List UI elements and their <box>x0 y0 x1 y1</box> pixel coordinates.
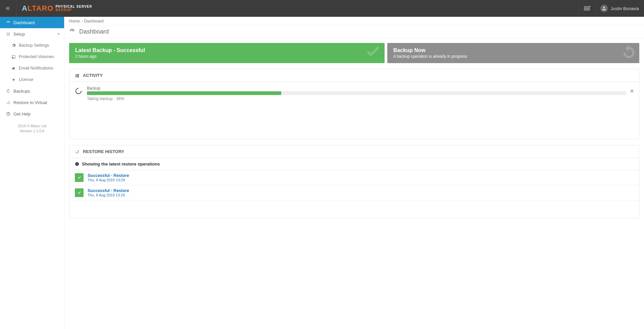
breadcrumb-separator: › <box>81 19 83 23</box>
content-area: Home › Dashboard Dashboard Latest Backup… <box>64 17 644 329</box>
breadcrumb-home[interactable]: Home <box>69 19 80 23</box>
gears-icon <box>11 43 16 48</box>
sidebar-item-setup[interactable]: Setup <box>0 28 64 40</box>
activity-panel: ACTIVITY Backup Taking backup - 36% <box>69 69 639 139</box>
sidebar-item-protected-volumes[interactable]: Protected Volumes <box>0 51 64 62</box>
spinner-icon <box>75 86 84 96</box>
circle-icon <box>11 78 16 82</box>
restore-history-item[interactable]: Successful - Restore Thu, 8 Aug 2019 13:… <box>69 170 639 185</box>
progress-bar <box>87 91 626 95</box>
copyright: 2019 © Altaro Ltd <box>3 124 61 129</box>
sidebar-item-label: Dashboard <box>13 20 35 25</box>
chevron-down-icon <box>57 32 60 37</box>
activity-heading: ACTIVITY <box>69 69 639 82</box>
svg-point-3 <box>12 79 14 80</box>
brand-subtitle-2: BACKUP <box>55 8 92 12</box>
sidebar-item-email-notifications[interactable]: Email Notifications <box>0 62 64 74</box>
topbar: AALTAROLTARO PHYSICAL SERVER BACKUP Just… <box>0 0 644 17</box>
restore-history-item[interactable]: Successful - Restore Thu, 8 Aug 2019 13:… <box>69 185 639 200</box>
sidebar-item-license[interactable]: License <box>0 74 64 85</box>
sidebar-toggle[interactable] <box>0 0 17 17</box>
restore-item-date: Thu, 8 Aug 2019 13:29 <box>88 193 129 197</box>
restore-history-panel: RESTORE HISTORY Showing the latest resto… <box>69 145 639 218</box>
megaphone-icon <box>11 66 16 70</box>
sliders-icon <box>6 32 10 36</box>
help-icon <box>6 112 10 116</box>
activity-row: Backup Taking backup - 36% <box>75 86 634 101</box>
restore-info-row: Showing the latest restore operations <box>69 158 639 170</box>
logo: AALTAROLTARO PHYSICAL SERVER BACKUP <box>17 4 92 13</box>
latest-backup-subtitle: 2 hours ago <box>75 54 379 59</box>
close-icon <box>630 89 634 93</box>
brand-name: AALTAROLTARO <box>22 4 53 13</box>
activity-close-button[interactable] <box>626 86 634 94</box>
dashboard-icon <box>69 28 75 34</box>
info-icon <box>75 162 79 166</box>
latest-backup-card[interactable]: Latest Backup - Successful 2 hours ago <box>69 43 385 63</box>
progress-fill <box>87 91 281 95</box>
svg-rect-7 <box>77 163 77 165</box>
user-menu[interactable]: Justin Bonavia <box>595 0 644 17</box>
backup-now-card[interactable]: Backup Now A backup operation is already… <box>387 43 639 63</box>
history-icon <box>6 100 10 105</box>
breadcrumb-current: Dashboard <box>84 19 104 23</box>
sidebar-item-label: Email Notifications <box>19 66 53 70</box>
sidebar-item-backup-settings[interactable]: Backup Settings <box>0 40 64 51</box>
activity-status-text: Taking backup - 36% <box>87 96 626 101</box>
restore-history-heading: RESTORE HISTORY <box>69 145 639 158</box>
user-name: Justin Bonavia <box>610 6 639 11</box>
sidebar-item-label: Backups <box>13 89 30 94</box>
list-icon <box>75 73 80 78</box>
sidebar-item-label: License <box>19 77 33 82</box>
restore-item-title: Successful - Restore <box>88 188 129 193</box>
sidebar-item-label: Backup Settings <box>19 43 49 48</box>
sidebar-item-label: Restore to Virtual <box>13 100 47 105</box>
sidebar-item-label: Get Help <box>13 111 31 116</box>
activity-label: Backup <box>87 86 626 91</box>
success-badge <box>75 173 84 182</box>
notifications-button[interactable] <box>579 0 595 17</box>
sidebar-item-label: Setup <box>13 32 25 37</box>
latest-backup-title: Latest Backup - Successful <box>75 47 379 53</box>
success-badge <box>75 188 84 197</box>
breadcrumb: Home › Dashboard <box>64 17 644 26</box>
restore-item-date: Thu, 8 Aug 2019 13:29 <box>88 178 129 182</box>
avatar <box>600 5 608 12</box>
hamburger-icon <box>6 6 11 11</box>
svg-rect-8 <box>77 163 77 163</box>
sidebar-item-get-help[interactable]: Get Help <box>0 108 64 120</box>
check-icon <box>364 43 383 63</box>
sidebar-item-label: Protected Volumes <box>19 54 54 59</box>
notification-dot <box>588 5 591 8</box>
check-icon <box>77 176 82 180</box>
disk-icon <box>11 55 16 59</box>
svg-rect-2 <box>584 9 590 10</box>
page-title: Dashboard <box>79 28 109 35</box>
version-label: Version 1.1.0.6 <box>3 129 61 134</box>
sidebar-item-dashboard[interactable]: Dashboard <box>0 17 64 28</box>
backup-now-subtitle: A backup operation is already in progres… <box>393 54 633 59</box>
sidebar-item-restore-virtual[interactable]: Restore to Virtual <box>0 97 64 108</box>
restore-item-title: Successful - Restore <box>88 173 129 178</box>
sidebar-footer: 2019 © Altaro Ltd Version 1.1.0.6 <box>0 124 64 134</box>
check-icon <box>77 191 82 195</box>
page-title-bar: Dashboard <box>64 26 644 38</box>
sidebar: Dashboard Setup Backup Settings Protecte… <box>0 17 64 329</box>
sidebar-item-backups[interactable]: Backups <box>0 85 64 97</box>
dashboard-icon <box>6 20 10 25</box>
refresh-icon <box>621 44 637 62</box>
refresh-icon <box>6 89 10 93</box>
backup-now-title: Backup Now <box>393 47 633 53</box>
user-icon <box>602 6 606 11</box>
svg-point-5 <box>8 114 8 115</box>
history-icon <box>75 149 80 154</box>
